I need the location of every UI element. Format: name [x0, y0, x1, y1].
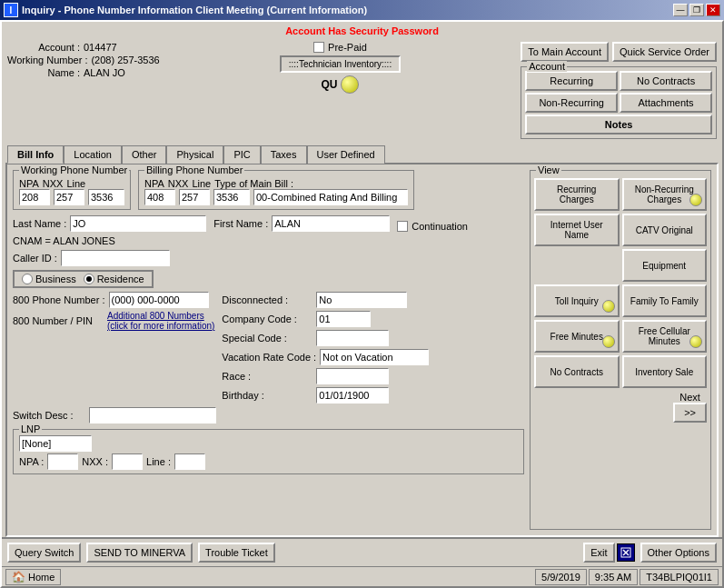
attachments-button[interactable]: Attachments	[620, 93, 712, 113]
send-to-minerva-button[interactable]: SEND TO MINERVA	[86, 543, 193, 563]
working-npa-input[interactable]	[19, 189, 50, 205]
no-contracts-button[interactable]: No Contracts	[620, 71, 712, 91]
security-bar: Account Has Security Password	[2, 22, 722, 40]
lnp-group: LNP NPA : NXX : Line :	[13, 429, 524, 474]
working-number-label: Working Number :	[7, 55, 87, 65]
first-name-input[interactable]	[272, 215, 390, 232]
tab-taxes[interactable]: Taxes	[261, 145, 307, 164]
first-name-label: First Name :	[213, 218, 268, 229]
working-phone-label: Working Phone Number	[19, 164, 129, 175]
switch-desc-input[interactable]	[89, 407, 216, 424]
account-value: 014477	[84, 42, 117, 53]
lnp-npa-input[interactable]	[47, 453, 78, 470]
view-grid: Recurring Charges Non-Recurring Charges …	[534, 178, 707, 388]
non-recurring-charges-button[interactable]: Non-Recurring Charges	[622, 178, 708, 211]
tab-pic[interactable]: PIC	[223, 145, 260, 164]
billing-npa-input[interactable]	[144, 189, 175, 205]
additional-800-btn[interactable]: Additional 800 Numbers (click for more i…	[107, 311, 214, 331]
quick-service-order-button[interactable]: Quick Service Order	[612, 42, 717, 62]
vacation-rate-input[interactable]	[320, 349, 429, 365]
caller-id-input[interactable]	[61, 250, 170, 266]
tab-physical[interactable]: Physical	[166, 145, 223, 164]
status-terminal: T34BLPIQ01I1	[640, 569, 719, 585]
non-recurring-button[interactable]: Non-Recurring	[525, 93, 618, 113]
continuation-label: Continuation	[412, 221, 468, 232]
home-button[interactable]: 🏠 Home	[5, 569, 61, 585]
lnp-label: LNP	[19, 424, 42, 434]
billing-type-input[interactable]	[253, 189, 408, 205]
free-cellular-ball	[689, 335, 702, 348]
radio-residence[interactable]: Residence	[84, 274, 144, 284]
phone-800-input[interactable]	[109, 292, 209, 308]
lnp-value-input[interactable]	[19, 435, 92, 452]
prepaid-checkbox[interactable]	[313, 42, 324, 53]
tab-user-defined[interactable]: User Defined	[307, 145, 385, 164]
tab-bill-info[interactable]: Bill Info	[7, 145, 64, 164]
qu-label: QU	[321, 78, 337, 91]
home-label: Home	[28, 572, 55, 583]
non-recurring-ball	[689, 194, 702, 206]
recurring-button[interactable]: Recurring	[525, 71, 618, 91]
disconnected-input[interactable]	[316, 292, 407, 308]
working-line-input[interactable]	[88, 189, 124, 205]
no-contracts-view-button[interactable]: No Contracts	[534, 355, 620, 388]
working-phone-group: Working Phone Number NPA NXX Line	[13, 170, 131, 210]
free-minutes-ball	[602, 335, 615, 348]
last-name-input[interactable]	[70, 215, 206, 232]
continuation-checkbox[interactable]	[397, 221, 408, 232]
vacation-rate-label: Vacation Rate Code :	[222, 352, 316, 363]
last-name-label: Last Name :	[13, 218, 66, 229]
birthday-label: Birthday :	[222, 390, 312, 401]
birthday-input[interactable]	[316, 387, 389, 404]
lnp-line-input[interactable]	[174, 453, 205, 470]
free-cellular-minutes-button[interactable]: Free Cellular Minutes	[622, 320, 708, 353]
lnp-nxx-input[interactable]	[112, 453, 143, 470]
disconnected-label: Disconnected :	[222, 294, 312, 305]
trouble-ticket-button[interactable]: Trouble Ticket	[198, 543, 275, 563]
close-button[interactable]: ✕	[706, 4, 720, 16]
working-number-value: (208) 257-3536	[91, 55, 159, 65]
prepaid-label: Pre-Paid	[328, 42, 367, 53]
race-input[interactable]	[316, 368, 389, 384]
notes-button[interactable]: Notes	[525, 115, 712, 135]
to-main-account-button[interactable]: To Main Account	[521, 42, 609, 62]
exit-area: Exit	[583, 543, 634, 563]
security-warning: Account Has Security Password	[285, 25, 439, 36]
billing-phone-label: Billing Phone Number	[144, 164, 244, 175]
free-minutes-button[interactable]: Free Minutes	[534, 320, 620, 353]
account-group-label: Account	[527, 61, 567, 72]
view-panel: View Recurring Charges Non-Recurring Cha…	[530, 170, 711, 530]
name-label: Name :	[7, 67, 80, 78]
technician-inventory-button[interactable]: ::::Technician Inventory::::	[280, 55, 401, 73]
cnam-label: CNAM = ALAN JONES	[13, 235, 115, 246]
family-to-family-button[interactable]: Family To Family	[622, 284, 708, 317]
billing-line-input[interactable]	[213, 189, 250, 205]
billing-nxx-input[interactable]	[179, 189, 210, 205]
catv-original-button[interactable]: CATV Original	[622, 214, 708, 246]
special-code-input[interactable]	[316, 330, 389, 346]
exit-button[interactable]: Exit	[583, 543, 614, 563]
query-switch-button[interactable]: Query Switch	[7, 543, 81, 563]
radio-business[interactable]: Business	[22, 274, 76, 284]
next-button[interactable]: >>	[673, 403, 707, 423]
inventory-sale-button[interactable]: Inventory Sale	[622, 355, 708, 388]
home-icon: 🏠	[12, 571, 25, 583]
window-title: Inquiry - Phone Number Information Clien…	[22, 5, 367, 15]
toll-inquiry-button[interactable]: Toll Inquiry	[534, 284, 620, 317]
qu-indicator	[341, 75, 359, 94]
switch-desc-label: Switch Desc :	[13, 410, 85, 421]
internet-user-name-button[interactable]: Internet User Name	[534, 214, 620, 246]
equipment-button[interactable]: Equipment	[622, 249, 708, 282]
recurring-charges-button[interactable]: Recurring Charges	[534, 178, 620, 211]
tab-other[interactable]: Other	[122, 145, 167, 164]
tab-location[interactable]: Location	[64, 145, 122, 164]
content-area: Working Phone Number NPA NXX Line Billin…	[5, 163, 719, 537]
race-label: Race :	[222, 371, 312, 382]
restore-button[interactable]: ❐	[689, 4, 704, 16]
other-options-button[interactable]: Other Options	[640, 543, 717, 563]
working-nxx-input[interactable]	[54, 189, 84, 205]
company-code-label: Company Code :	[222, 314, 312, 324]
minimize-button[interactable]: —	[673, 4, 688, 16]
bottom-bar: Query Switch SEND TO MINERVA Trouble Tic…	[2, 537, 722, 566]
company-code-input[interactable]	[316, 311, 371, 327]
